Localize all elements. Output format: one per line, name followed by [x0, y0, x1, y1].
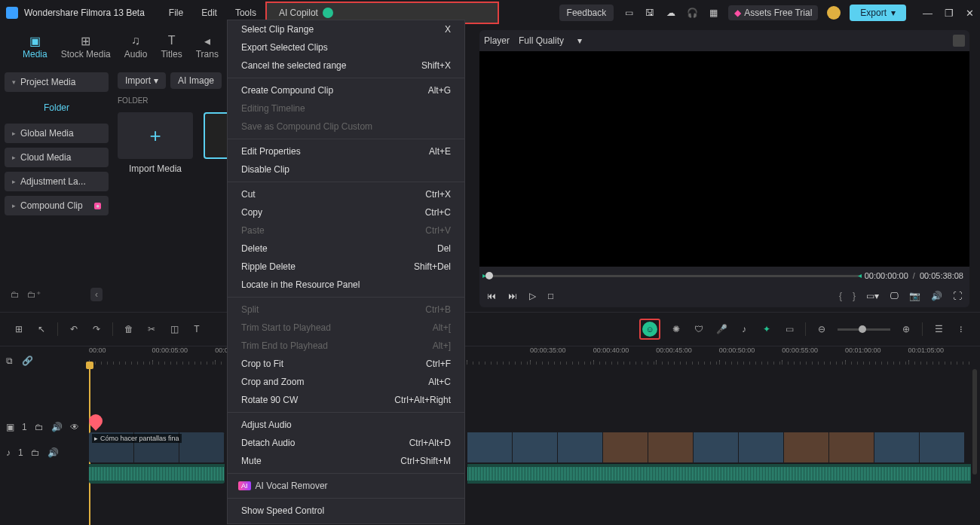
timeline-ruler[interactable]: 00:0000:00:05:0000:00:10:0000:00:35:0000…: [89, 346, 971, 365]
music-icon[interactable]: ♪: [737, 322, 751, 336]
marker-tool-icon[interactable]: ▭: [782, 322, 796, 336]
export-button[interactable]: Export ▾: [850, 5, 906, 21]
folder-plus-icon[interactable]: 🗀⁺: [27, 289, 41, 300]
zoom-out-button[interactable]: ⊖: [815, 322, 828, 336]
maximize-button[interactable]: ❐: [945, 8, 954, 19]
menu-edit-properties[interactable]: Edit PropertiesAlt+E: [228, 142, 464, 160]
tab-titles[interactable]: TTitles: [161, 34, 182, 60]
menu-cancel-selected-range[interactable]: Cancel the selected rangeShift+X: [228, 56, 464, 75]
delete-button[interactable]: 🗑: [122, 322, 136, 336]
cursor-tool-icon[interactable]: ↖: [35, 322, 48, 336]
redo-button[interactable]: ↷: [90, 322, 103, 336]
folder-icon[interactable]: 🗀: [35, 422, 44, 432]
sidebar-folder-label[interactable]: Folder: [5, 96, 109, 119]
ai-image-button[interactable]: AI Image: [170, 72, 222, 89]
minimize-button[interactable]: —: [923, 8, 933, 19]
sidebar-project-media[interactable]: ▾Project Media: [5, 72, 109, 92]
sidebar-compound-clip[interactable]: ▸Compound Clip●: [5, 196, 109, 215]
grid-tool-icon[interactable]: ⊞: [12, 322, 26, 336]
ai-tool-icon[interactable]: ✦: [760, 322, 773, 336]
tab-stock-media[interactable]: ⊞Stock Media: [61, 34, 111, 60]
menu-export-selected-clips[interactable]: Export Selected Clips: [228, 38, 464, 56]
split-button[interactable]: ✂: [145, 322, 158, 336]
out-marker-icon[interactable]: ◂: [858, 271, 862, 279]
zoom-slider[interactable]: [838, 328, 890, 331]
text-tool-button[interactable]: T: [190, 322, 204, 336]
menu-ripple-delete[interactable]: Ripple DeleteShift+Del: [228, 258, 464, 276]
new-folder-icon[interactable]: 🗀: [11, 289, 20, 300]
menu-cut[interactable]: CutCtrl+X: [228, 185, 464, 203]
folder-icon[interactable]: 🗀: [31, 447, 40, 458]
timeline-layers-icon[interactable]: ⧉: [6, 356, 13, 366]
fullscreen-button[interactable]: ⛶: [953, 291, 962, 301]
grid-icon[interactable]: ▦: [707, 7, 719, 19]
sidebar-cloud-media[interactable]: ▸Cloud Media: [5, 148, 109, 167]
audio-track-header[interactable]: ♪ 1 🗀 🔊: [6, 447, 83, 458]
snapshot-button[interactable]: 📷: [909, 291, 920, 301]
menu-rotate-90-cw[interactable]: Rotate 90 CWCtrl+Alt+Right: [228, 391, 464, 409]
cloud-icon[interactable]: ☁: [665, 7, 677, 19]
menu-copy[interactable]: CopyCtrl+C: [228, 203, 464, 221]
video-clip[interactable]: [467, 432, 971, 462]
tab-media[interactable]: ▣Media: [23, 34, 47, 60]
save-icon[interactable]: 🖫: [644, 7, 656, 19]
aspect-icon[interactable]: ▭▾: [866, 291, 879, 301]
headphones-icon[interactable]: 🎧: [686, 7, 698, 19]
menu-detach-audio[interactable]: Detach AudioCtrl+Alt+D: [228, 434, 464, 452]
menu-edit[interactable]: Edit: [192, 2, 226, 24]
crop-button[interactable]: ◫: [167, 322, 181, 336]
menu-ai-vocal-remover[interactable]: AIAI Vocal Remover: [228, 477, 464, 495]
close-button[interactable]: ✕: [966, 8, 974, 19]
menu-uniform-speed[interactable]: Uniform SpeedCtrl+R: [228, 520, 464, 524]
menu-crop-to-fit[interactable]: Crop to FitCtrl+F: [228, 355, 464, 373]
menu-file[interactable]: File: [160, 2, 192, 24]
avatar[interactable]: [827, 6, 841, 20]
collapse-sidebar-button[interactable]: ‹: [90, 288, 103, 301]
menu-mute[interactable]: MuteCtrl+Shift+M: [228, 452, 464, 470]
monitor-icon[interactable]: ▭: [623, 7, 635, 19]
display-icon[interactable]: 🖵: [890, 291, 899, 301]
quality-dropdown[interactable]: Full Quality▾: [519, 35, 582, 46]
audio-clip[interactable]: [467, 464, 971, 484]
video-track-header[interactable]: ▣ 1 🗀 🔊 👁: [6, 422, 83, 432]
menu-adjust-audio[interactable]: Adjust Audio: [228, 416, 464, 434]
menu-show-speed-control[interactable]: Show Speed Control: [228, 502, 464, 520]
visibility-icon[interactable]: 👁: [70, 422, 79, 432]
timeline-link-icon[interactable]: 🔗: [22, 356, 33, 366]
tab-transitions[interactable]: ◂Trans: [196, 34, 219, 60]
tab-audio[interactable]: ♫Audio: [124, 34, 148, 60]
scrub-handle[interactable]: [485, 272, 493, 279]
color-tool-icon[interactable]: ✺: [669, 322, 683, 336]
meter-icon[interactable]: ⫶: [954, 322, 968, 336]
feedback-button[interactable]: Feedback: [559, 5, 614, 21]
undo-button[interactable]: ↶: [67, 322, 81, 336]
list-view-icon[interactable]: ☰: [932, 322, 945, 336]
menu-crop-and-zoom[interactable]: Crop and ZoomAlt+C: [228, 373, 464, 391]
menu-create-compound-clip[interactable]: Create Compound ClipAlt+G: [228, 81, 464, 99]
preview-scrub-slider[interactable]: ▸ ◂: [485, 275, 859, 277]
import-button[interactable]: Import▾: [118, 72, 166, 89]
mark-in-button[interactable]: {: [839, 291, 842, 301]
menu-disable-clip[interactable]: Disable Clip: [228, 160, 464, 179]
stop-button[interactable]: □: [548, 291, 553, 301]
copilot-timeline-button[interactable]: ☺: [639, 319, 660, 340]
video-clip[interactable]: ▸Cómo hacer pantallas fina: [89, 432, 225, 462]
zoom-in-button[interactable]: ⊕: [899, 322, 913, 336]
play-button[interactable]: ▷: [529, 291, 536, 301]
menu-locate-resource[interactable]: Locate in the Resource Panel: [228, 276, 464, 294]
shield-icon[interactable]: 🛡: [692, 322, 706, 336]
sidebar-adjustment-layer[interactable]: ▸Adjustment La...: [5, 172, 109, 191]
mic-icon[interactable]: 🎤: [715, 322, 728, 336]
prev-frame-button[interactable]: ⏮: [487, 291, 496, 301]
menu-delete[interactable]: DeleteDel: [228, 240, 464, 258]
menu-select-clip-range[interactable]: Select Clip RangeX: [228, 20, 464, 38]
timeline-scrollbar[interactable]: [972, 369, 977, 475]
import-media-thumb[interactable]: + Import Media: [118, 112, 193, 174]
step-forward-button[interactable]: ⏭: [508, 291, 517, 301]
volume-button[interactable]: 🔊: [931, 291, 942, 301]
mark-out-button[interactable]: }: [853, 291, 856, 301]
mute-icon[interactable]: 🔊: [47, 447, 59, 458]
video-preview[interactable]: [479, 51, 969, 267]
preview-settings-icon[interactable]: [953, 35, 965, 47]
sidebar-global-media[interactable]: ▸Global Media: [5, 124, 109, 143]
